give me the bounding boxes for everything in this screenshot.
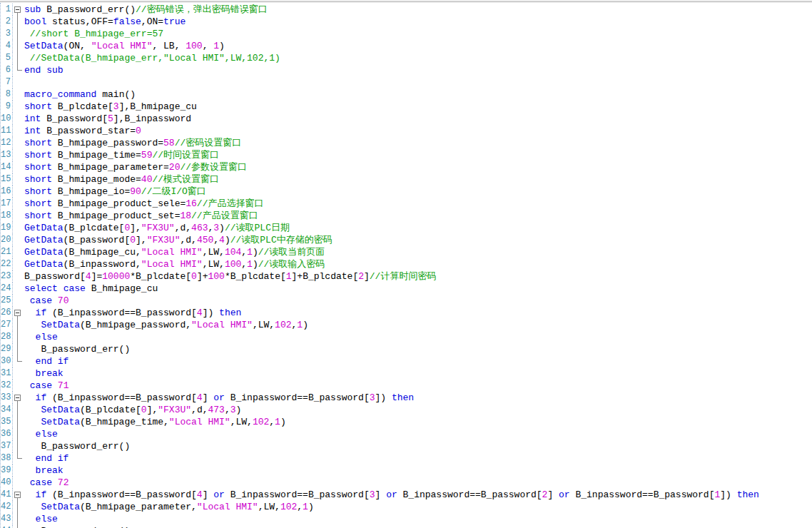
code-token: else [36,429,58,440]
code-token: , [241,247,247,258]
macro-code-editor[interactable]: 1sub B_password_err()//密码错误，弹出密码错误窗口2boo… [0,3,812,528]
code-line-text[interactable]: end if [24,355,812,367]
fold-margin [13,125,24,137]
code-line: 22GetData(B_inpassword,"Local HMI",LW,10… [1,258,812,270]
code-line-text[interactable]: B_password_err() [24,525,812,528]
code-token: 1 [247,247,253,258]
fold-collapse-icon[interactable] [14,6,21,13]
fold-margin [13,416,24,428]
code-line-text[interactable]: B_password_err() [24,440,812,452]
code-line: 12short B_hmipage_password=58//密码设置窗口 [1,137,812,149]
code-token: (B_plcdate[ [80,405,141,415]
code-line-text[interactable]: break [24,367,812,380]
code-line-text[interactable]: if (B_inpassword==B_password[4] or B_inp… [24,489,812,501]
code-line-text[interactable]: //short B_hmipage_err=57 [24,28,812,40]
line-number: 24 [1,283,13,295]
code-line-text[interactable]: short B_hmipage_time=59//时间设置窗口 [24,149,812,161]
code-line-text[interactable]: break [24,464,812,477]
code-token: ,LW, [258,502,280,512]
code-line-text[interactable]: GetData(B_password[0],"FX3U",d,450,4)//读… [24,234,812,246]
code-line-text[interactable]: sub B_password_err()//密码错误，弹出密码错误窗口 [24,4,812,16]
code-line-text[interactable]: SetData(ON, "Local HMI", LB, 100, 1) [24,40,812,52]
code-token: //SetData(B_hmipage_err,"Local HMI",LW,1… [24,53,280,64]
line-number: 36 [1,428,13,440]
code-token: ],B_hmipage_cu [119,101,197,112]
code-token: //产品选择窗口 [197,198,264,209]
code-token: 463 [191,223,208,233]
code-line-text[interactable]: else [24,428,812,440]
code-token: if [36,308,47,318]
code-token: *B_plcdate[ [225,271,286,282]
code-token: then [737,489,759,500]
code-line-text[interactable]: if (B_inpassword==B_password[4]) then [24,307,812,319]
line-number: 34 [1,404,13,416]
code-token: (B_hmipage_cu, [64,247,141,258]
fold-margin [13,52,24,64]
code-line-text[interactable]: SetData(B_plcdate[0],"FX3U",d,473,3) [24,404,812,416]
fold-collapse-icon[interactable] [14,310,21,316]
code-line-text[interactable] [24,76,812,88]
code-line-text[interactable]: short B_hmipage_parameter=20//参数设置窗口 [24,161,812,173]
line-number: 38 [1,452,13,464]
code-line-text[interactable]: B_password_err() [24,343,812,355]
code-token: SetData [41,320,80,330]
code-line-text[interactable]: short B_hmipage_io=90//二级I/O窗口 [24,186,812,198]
code-line-text[interactable]: end sub [24,64,812,76]
code-line-text[interactable]: end if [24,452,812,464]
code-line: 4SetData(ON, "Local HMI", LB, 100, 1) [1,40,812,52]
code-line-text[interactable]: bool status,OFF=false,ON=true [24,16,812,28]
code-token: ] [364,271,370,282]
code-line-text[interactable]: int B_password_star=0 [24,125,812,137]
line-number: 16 [1,186,13,198]
code-line-text[interactable]: else [24,513,812,525]
code-line-text[interactable]: case 72 [24,477,812,489]
line-number: 43 [1,513,13,525]
code-line: 39 break [1,464,812,477]
line-number: 14 [1,161,13,173]
code-line-text[interactable]: if (B_inpassword==B_password[4] or B_inp… [24,392,812,404]
line-number: 37 [1,440,13,452]
code-token: (B_inpassword, [64,259,141,270]
code-token: 4 [219,235,225,245]
line-number: 18 [1,210,13,222]
code-line-text[interactable]: else [24,331,812,343]
code-line-text[interactable]: SetData(B_hmipage_time,"Local HMI",LW,10… [24,416,812,428]
code-token: 59 [141,150,153,161]
fold-margin [13,283,24,295]
fold-margin [13,198,24,210]
code-line-text[interactable]: GetData(B_inpassword,"Local HMI",LW,100,… [24,258,812,270]
code-line: 32 case 71 [1,380,812,392]
code-line: 8macro_command main() [1,88,812,101]
code-line-text[interactable]: case 71 [24,380,812,392]
fold-guide-line [17,440,18,452]
code-line-text[interactable]: short B_hmipage_product_set=18//产品设置窗口 [24,210,812,222]
code-line-text[interactable]: short B_hmipage_product_sele=16//产品选择窗口 [24,198,812,210]
code-line-text[interactable]: B_password[4]=10000*B_plcdate[0]+100*B_p… [24,270,812,283]
code-line-text[interactable]: GetData(B_hmipage_cu,"Local HMI",LW,104,… [24,246,812,258]
line-number: 9 [1,101,13,113]
code-line-text[interactable]: short B_plcdate[3],B_hmipage_cu [24,101,812,113]
fold-margin [13,525,24,528]
fold-collapse-icon[interactable] [14,395,21,401]
code-line: 28 else [1,331,812,343]
line-number: 26 [1,307,13,319]
code-token: short [24,174,52,185]
fold-collapse-icon[interactable] [14,492,21,498]
code-line-text[interactable]: int B_password[5],B_inpassword [24,113,812,125]
code-line-text[interactable]: short B_hmipage_password=58//密码设置窗口 [24,137,812,149]
fold-guide-line [17,404,18,416]
code-line-text[interactable]: macro_command main() [24,88,812,101]
code-line-text[interactable]: //SetData(B_hmipage_err,"Local HMI",LW,1… [24,52,812,64]
code-line-text[interactable]: short B_hmipage_mode=40//模式设置窗口 [24,173,812,186]
code-line-text[interactable]: case 70 [24,295,812,307]
code-line: 24select case B_hmipage_cu [1,283,812,295]
code-line-text[interactable]: SetData(B_hmipage_parameter,"Local HMI",… [24,501,812,513]
code-token: GetData [24,247,64,258]
code-line-text[interactable]: select case B_hmipage_cu [24,283,812,295]
code-line-text[interactable]: SetData(B_hmipage_password,"Local HMI",L… [24,319,812,331]
code-line-text[interactable]: GetData(B_plcdate[0],"FX3U",d,463,3)//读取… [24,222,812,234]
code-token: end sub [24,65,64,76]
code-token: if [36,392,47,403]
code-token: B_hmipage_time= [52,150,141,161]
code-token: end if [36,356,69,367]
